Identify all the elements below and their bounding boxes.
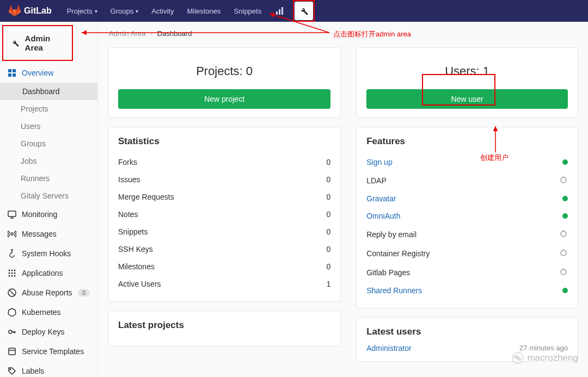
stat-row: Forks0 bbox=[118, 153, 330, 171]
status-on-icon bbox=[562, 288, 568, 293]
chevron-down-icon: ▾ bbox=[95, 8, 97, 14]
feature-row: Gitlab Pages bbox=[366, 263, 568, 282]
svg-point-10 bbox=[9, 270, 10, 271]
svg-point-27 bbox=[561, 269, 566, 275]
feature-link[interactable]: Shared Runners bbox=[366, 286, 422, 295]
latest-user-link[interactable]: Administrator bbox=[366, 344, 411, 353]
sidebar-item-users[interactable]: Users bbox=[0, 118, 97, 135]
latest-projects-title: Latest projects bbox=[118, 320, 330, 331]
svg-point-17 bbox=[11, 275, 13, 277]
feature-row: OmniAuth bbox=[366, 207, 568, 225]
wrench-icon bbox=[11, 38, 20, 48]
status-on-icon bbox=[562, 159, 568, 165]
content: Admin Area › Dashboard Projects: 0 New p… bbox=[98, 22, 588, 377]
sidebar-title: Admin Area bbox=[3, 26, 72, 60]
stat-row: Issues0 bbox=[118, 171, 330, 188]
stat-row: Notes0 bbox=[118, 206, 330, 223]
sidebar-applications[interactable]: Applications bbox=[0, 263, 97, 283]
new-user-button[interactable]: New user bbox=[366, 89, 568, 109]
svg-point-11 bbox=[11, 270, 13, 271]
sidebar-item-groups[interactable]: Groups bbox=[0, 135, 97, 152]
features-panel: Features Sign upLDAPGravatarOmniAuthRepl… bbox=[356, 127, 578, 308]
svg-point-12 bbox=[14, 270, 16, 271]
svg-rect-6 bbox=[13, 73, 16, 77]
status-off-icon bbox=[559, 267, 568, 277]
svg-point-26 bbox=[561, 250, 566, 256]
sidebar-labels[interactable]: Labels bbox=[0, 361, 97, 377]
svg-rect-5 bbox=[8, 73, 11, 77]
sidebar-monitoring[interactable]: Monitoring bbox=[0, 205, 97, 224]
sidebar-messages[interactable]: Messages bbox=[0, 224, 97, 244]
feature-row: Reply by email bbox=[366, 225, 568, 244]
latest-projects-panel: Latest projects bbox=[108, 311, 341, 347]
sidebar-service-templates[interactable]: Service Templates bbox=[0, 342, 97, 361]
nav-links: Projects▾ Groups▾ Activity Milestones Sn… bbox=[62, 4, 267, 18]
latest-users-title: Latest users bbox=[366, 326, 568, 337]
svg-rect-7 bbox=[8, 211, 16, 217]
sidebar-abuse-reports[interactable]: Abuse Reports 0 bbox=[0, 283, 97, 302]
svg-rect-2 bbox=[281, 7, 283, 15]
projects-card: Projects: 0 New project bbox=[108, 47, 341, 118]
stat-row: Active Users1 bbox=[118, 275, 330, 293]
monitor-icon bbox=[8, 210, 16, 219]
latest-user-time: 27 minutes ago bbox=[519, 344, 568, 353]
svg-point-25 bbox=[561, 231, 566, 237]
stat-row: Merge Requests0 bbox=[118, 188, 330, 206]
key-icon bbox=[8, 327, 16, 336]
sidebar-system-hooks[interactable]: System Hooks bbox=[0, 244, 97, 263]
sidebar-kubernetes[interactable]: Kubernetes bbox=[0, 302, 97, 322]
feature-row: Shared Runners bbox=[366, 282, 568, 299]
labels-icon bbox=[8, 367, 16, 375]
feature-link[interactable]: OmniAuth bbox=[366, 212, 400, 220]
stat-row: Milestones0 bbox=[118, 258, 330, 275]
latest-users-panel: Latest users Administrator 27 minutes ag… bbox=[356, 317, 578, 362]
sidebar-item-projects[interactable]: Projects bbox=[0, 100, 97, 118]
stat-row: Snippets0 bbox=[118, 223, 330, 240]
svg-rect-22 bbox=[9, 348, 15, 355]
broadcast-icon bbox=[8, 230, 16, 238]
gitlab-logo[interactable]: GitLab bbox=[9, 5, 52, 17]
breadcrumb: Admin Area › Dashboard bbox=[109, 29, 578, 38]
svg-rect-4 bbox=[13, 69, 16, 72]
svg-point-18 bbox=[14, 275, 16, 277]
status-on-icon bbox=[562, 213, 568, 219]
users-card: Users: 1 New user bbox=[356, 47, 578, 118]
status-off-icon bbox=[559, 248, 568, 258]
feature-link[interactable]: Sign up bbox=[366, 158, 392, 166]
sidebar-item-dashboard[interactable]: Dashboard bbox=[0, 83, 97, 100]
top-navbar: GitLab Projects▾ Groups▾ Activity Milest… bbox=[0, 0, 588, 22]
chevron-down-icon: ▾ bbox=[136, 8, 138, 14]
overview-icon bbox=[8, 69, 16, 77]
svg-rect-1 bbox=[279, 9, 280, 15]
apps-icon bbox=[8, 269, 16, 277]
nav-projects[interactable]: Projects▾ bbox=[62, 4, 103, 18]
sidebar-deploy-keys[interactable]: Deploy Keys bbox=[0, 322, 97, 342]
svg-point-24 bbox=[561, 177, 566, 183]
nav-groups[interactable]: Groups▾ bbox=[105, 4, 144, 18]
nav-snippets[interactable]: Snippets bbox=[229, 4, 267, 18]
feature-link[interactable]: Gravatar bbox=[366, 194, 396, 203]
kubernetes-icon bbox=[8, 308, 16, 317]
users-count: Users: 1 bbox=[366, 57, 568, 89]
sidebar-item-gitaly[interactable]: Gitaly Servers bbox=[0, 187, 97, 205]
breadcrumb-root[interactable]: Admin Area bbox=[109, 29, 145, 38]
nav-activity[interactable]: Activity bbox=[146, 4, 179, 18]
sidebar: Admin Area Overview Dashboard Projects U… bbox=[0, 22, 98, 377]
wrench-icon bbox=[299, 6, 309, 16]
new-project-button[interactable]: New project bbox=[118, 89, 330, 109]
status-off-icon bbox=[559, 175, 568, 186]
admin-area-button[interactable] bbox=[295, 2, 313, 20]
nav-milestones[interactable]: Milestones bbox=[181, 4, 226, 18]
sidebar-item-runners[interactable]: Runners bbox=[0, 170, 97, 187]
svg-point-14 bbox=[11, 273, 13, 274]
nav-chart-icon[interactable] bbox=[272, 3, 287, 18]
feature-row: Sign up bbox=[366, 153, 568, 171]
feature-row: Container Registry bbox=[366, 244, 568, 263]
sidebar-overview[interactable]: Overview bbox=[0, 63, 97, 83]
abuse-icon bbox=[8, 288, 16, 297]
feature-row: LDAP bbox=[366, 171, 568, 190]
breadcrumb-current: Dashboard bbox=[157, 29, 192, 38]
sidebar-item-jobs[interactable]: Jobs bbox=[0, 152, 97, 170]
projects-count: Projects: 0 bbox=[118, 57, 330, 89]
abuse-badge: 0 bbox=[78, 289, 90, 296]
